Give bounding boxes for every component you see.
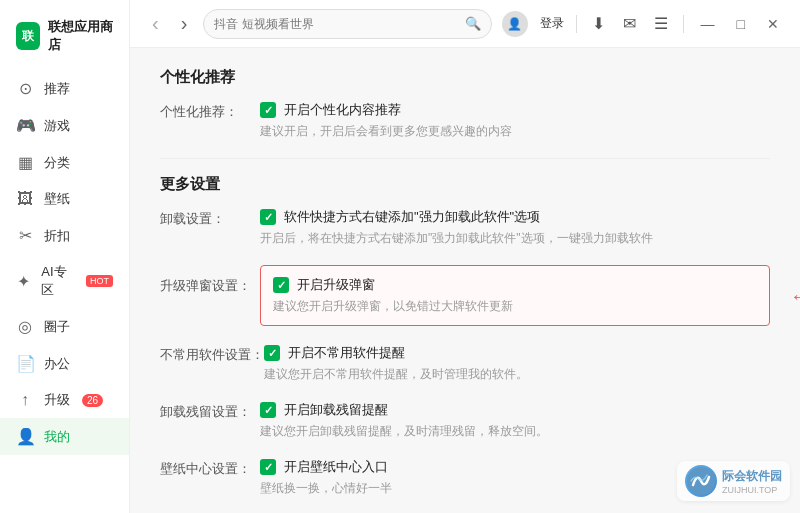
search-box[interactable]: 🔍 [203,9,491,39]
menu-icon[interactable]: ☰ [651,12,671,35]
personalized-label: 个性化推荐： [160,101,260,121]
search-input[interactable] [214,17,458,31]
uninstall-content: 软件快捷方式右键添加"强力卸载此软件"选项 开启后，将在快捷方式右键添加"强力卸… [260,208,770,247]
topbar: ‹ › 🔍 👤 登录 ⬇ ✉ ☰ — □ ✕ [130,0,800,48]
watermark-sub-text: ZUIJHUI.TOP [722,485,782,495]
residual-main-label: 开启卸载残留提醒 [284,401,388,419]
maximize-button[interactable]: □ [732,14,750,34]
sidebar: 联 联想应用商店 ⊙ 推荐 🎮 游戏 ▦ 分类 🖼 壁纸 ✂ 折扣 ✦ AI专区… [0,0,130,513]
upgrade-popup-label: 升级弹窗设置： [160,265,260,295]
uninstall-label: 卸载设置： [160,208,260,228]
mine-icon: 👤 [16,427,34,446]
sidebar-item-label: 办公 [44,355,70,373]
sidebar-item-recommend[interactable]: ⊙ 推荐 [0,70,129,107]
uninstall-main-text: 软件快捷方式右键添加"强力卸载此软件"选项 [260,208,770,226]
upgrade-popup-setting-row: 升级弹窗设置： 开启升级弹窗 建议您开启升级弹窗，以免错过大牌软件更新 ← [160,265,770,326]
section1-title: 个性化推荐 [160,68,770,87]
upgrade-popup-checkbox[interactable] [273,277,289,293]
upgrade-popup-content: 开启升级弹窗 建议您开启升级弹窗，以免错过大牌软件更新 [273,276,757,315]
upgrade-popup-main-label: 开启升级弹窗 [297,276,375,294]
residual-checkbox[interactable] [260,402,276,418]
sidebar-item-label: 壁纸 [44,190,70,208]
personalized-desc: 建议开启，开启后会看到更多您更感兴趣的内容 [260,123,770,140]
unused-setting-row: 不常用软件设置： 开启不常用软件提醒 建议您开启不常用软件提醒，及时管理我的软件… [160,344,770,383]
uninstall-main-label: 软件快捷方式右键添加"强力卸载此软件"选项 [284,208,540,226]
unused-content: 开启不常用软件提醒 建议您开启不常用软件提醒，及时管理我的软件。 [264,344,770,383]
wallpaper-center-label: 壁纸中心设置： [160,458,260,478]
category-icon: ▦ [16,153,34,172]
hot-badge: HOT [86,275,113,287]
sidebar-item-label: 推荐 [44,80,70,98]
residual-setting-row: 卸载残留设置： 开启卸载残留提醒 建议您开启卸载残留提醒，及时清理残留，释放空间… [160,401,770,440]
sidebar-item-wallpaper[interactable]: 🖼 壁纸 [0,181,129,217]
wallpaper-center-checkbox[interactable] [260,459,276,475]
ai-icon: ✦ [16,272,31,291]
uninstall-checkbox[interactable] [260,209,276,225]
unused-checkbox[interactable] [264,345,280,361]
unused-desc: 建议您开启不常用软件提醒，及时管理我的软件。 [264,366,770,383]
sidebar-item-category[interactable]: ▦ 分类 [0,144,129,181]
main-area: ‹ › 🔍 👤 登录 ⬇ ✉ ☰ — □ ✕ 个性化推荐 个性化推荐： [130,0,800,513]
wallpaper-center-main-label: 开启壁纸中心入口 [284,458,388,476]
close-button[interactable]: ✕ [762,14,784,34]
watermark-logo [685,465,717,497]
personalized-main-text: 开启个性化内容推荐 [260,101,770,119]
mail-icon[interactable]: ✉ [620,12,639,35]
unused-label: 不常用软件设置： [160,344,264,364]
sidebar-item-label: 我的 [44,428,70,446]
user-avatar: 👤 [502,11,528,37]
sidebar-item-office[interactable]: 📄 办公 [0,345,129,382]
arrow-indicator: ← [790,284,800,307]
login-button[interactable]: 登录 [540,15,564,32]
sidebar-item-label: AI专区 [41,263,74,299]
recommend-icon: ⊙ [16,79,34,98]
sidebar-item-label: 分类 [44,154,70,172]
app-logo-text: 联想应用商店 [48,18,113,54]
residual-label: 卸载残留设置： [160,401,260,421]
sidebar-logo: 联 联想应用商店 [0,8,129,70]
watermark-text-block: 际会软件园 ZUIJHUI.TOP [722,468,782,495]
residual-content: 开启卸载残留提醒 建议您开启卸载残留提醒，及时清理残留，释放空间。 [260,401,770,440]
sidebar-item-label: 升级 [44,391,70,409]
watermark-main-text: 际会软件园 [722,468,782,485]
office-icon: 📄 [16,354,34,373]
unused-main-label: 开启不常用软件提醒 [288,344,405,362]
back-button[interactable]: ‹ [146,8,165,39]
settings-content: 个性化推荐 个性化推荐： 开启个性化内容推荐 建议开启，开启后会看到更多您更感兴… [130,48,800,513]
section-divider [160,158,770,159]
unused-main-text: 开启不常用软件提醒 [264,344,770,362]
uninstall-desc: 开启后，将在快捷方式右键添加"强力卸载此软件"选项，一键强力卸载软件 [260,230,770,247]
discount-icon: ✂ [16,226,34,245]
sidebar-item-community[interactable]: ◎ 圈子 [0,308,129,345]
sidebar-item-label: 圈子 [44,318,70,336]
upgrade-popup-highlight-box: 开启升级弹窗 建议您开启升级弹窗，以免错过大牌软件更新 [260,265,770,326]
watermark: 际会软件园 ZUIJHUI.TOP [677,461,790,501]
personalized-checkbox[interactable] [260,102,276,118]
upgrade-icon: ↑ [16,391,34,409]
sidebar-item-upgrade[interactable]: ↑ 升级 26 [0,382,129,418]
personalized-setting-row: 个性化推荐： 开启个性化内容推荐 建议开启，开启后会看到更多您更感兴趣的内容 [160,101,770,140]
sidebar-item-mine[interactable]: 👤 我的 [0,418,129,455]
search-icon: 🔍 [465,16,481,31]
app-logo-icon: 联 [16,22,40,50]
section2-title: 更多设置 [160,175,770,194]
upgrade-popup-desc: 建议您开启升级弹窗，以免错过大牌软件更新 [273,298,757,315]
residual-main-text: 开启卸载残留提醒 [260,401,770,419]
sidebar-item-ai[interactable]: ✦ AI专区 HOT [0,254,129,308]
topbar-right: 👤 登录 ⬇ ✉ ☰ — □ ✕ [502,11,784,37]
wallpaper-icon: 🖼 [16,190,34,208]
sidebar-item-discount[interactable]: ✂ 折扣 [0,217,129,254]
topbar-divider2 [683,15,684,33]
download-icon[interactable]: ⬇ [589,12,608,35]
community-icon: ◎ [16,317,34,336]
sidebar-item-label: 游戏 [44,117,70,135]
personalized-content: 开启个性化内容推荐 建议开启，开启后会看到更多您更感兴趣的内容 [260,101,770,140]
upgrade-popup-main-text: 开启升级弹窗 [273,276,757,294]
minimize-button[interactable]: — [696,14,720,34]
personalized-main-label: 开启个性化内容推荐 [284,101,401,119]
topbar-divider [576,15,577,33]
sidebar-item-game[interactable]: 🎮 游戏 [0,107,129,144]
game-icon: 🎮 [16,116,34,135]
sidebar-item-label: 折扣 [44,227,70,245]
forward-button[interactable]: › [175,8,194,39]
